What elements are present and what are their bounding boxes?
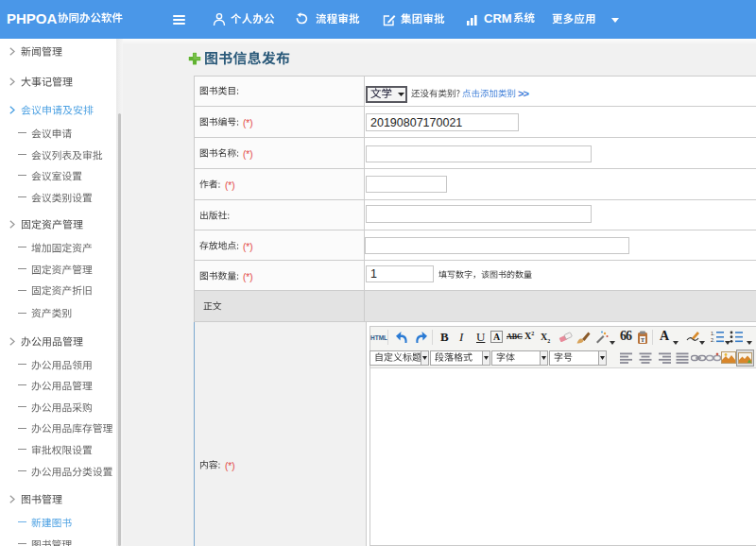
svg-text:1.: 1. [711,331,715,336]
svg-text:2.: 2. [711,337,715,343]
svg-text:T: T [641,337,644,343]
